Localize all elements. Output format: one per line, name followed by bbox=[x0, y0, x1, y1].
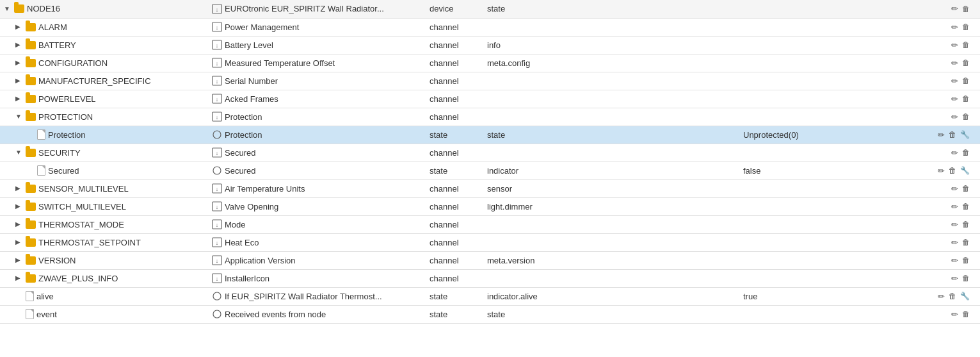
category-label: meta.version bbox=[487, 256, 534, 265]
expand-arrow[interactable]: ▶ bbox=[15, 203, 23, 210]
type-cell: state bbox=[426, 305, 483, 323]
delete-button[interactable] bbox=[962, 4, 970, 13]
delete-button[interactable] bbox=[962, 202, 970, 211]
expand-arrow[interactable]: ▶ bbox=[15, 185, 23, 192]
edit-button[interactable] bbox=[951, 22, 958, 32]
delete-button[interactable] bbox=[962, 256, 970, 265]
col5-cell bbox=[586, 162, 663, 179]
collapse-arrow[interactable]: ▼ bbox=[4, 5, 12, 13]
wrench-button[interactable] bbox=[960, 166, 970, 175]
table-row[interactable]: ▶ THERMOSTAT_MODE ↓ Mode channel bbox=[0, 215, 980, 233]
svg-text:↓: ↓ bbox=[216, 42, 219, 49]
collapse-arrow[interactable]: ▼ bbox=[15, 113, 23, 120]
edit-button[interactable] bbox=[951, 220, 958, 229]
table-row[interactable]: ▶ ZWAVE_PLUS_INFO ↓ InstallerIcon channe… bbox=[0, 269, 980, 287]
edit-button[interactable] bbox=[951, 148, 958, 158]
table-row[interactable]: Secured Secured state indicator false bbox=[0, 162, 980, 179]
actions-td bbox=[880, 126, 980, 144]
edit-button[interactable] bbox=[951, 184, 958, 194]
collapse-arrow[interactable]: ▼ bbox=[15, 149, 23, 156]
delete-button[interactable] bbox=[962, 94, 970, 103]
expand-arrow[interactable]: ▶ bbox=[15, 59, 23, 67]
expand-arrow[interactable]: ▶ bbox=[15, 220, 23, 228]
delete-button[interactable] bbox=[962, 22, 970, 31]
table-row[interactable]: ▶ CONFIGURATION ↓ Measured Temperature O… bbox=[0, 54, 980, 72]
edit-button[interactable] bbox=[951, 58, 958, 68]
edit-button[interactable] bbox=[938, 166, 945, 176]
channel-type-icon: ↓ bbox=[212, 183, 222, 194]
expand-arrow[interactable]: ▶ bbox=[15, 95, 23, 103]
table-row[interactable]: ▼ NODE16 ↓ EUROtronic EUR_SPIRITZ Wall R… bbox=[0, 0, 980, 18]
delete-button[interactable] bbox=[949, 166, 956, 175]
channel-type-icon: ↓ bbox=[212, 22, 222, 32]
edit-button[interactable] bbox=[951, 202, 958, 212]
delete-button[interactable] bbox=[962, 58, 970, 67]
actions-cell bbox=[884, 166, 976, 176]
edit-button[interactable] bbox=[951, 112, 958, 122]
table-row[interactable]: ▶ SWITCH_MULTILEVEL ↓ Valve Opening chan… bbox=[0, 197, 980, 215]
expand-arrow[interactable]: ▶ bbox=[15, 274, 23, 282]
table-row[interactable]: ▶ BATTERY ↓ Battery Level channel info bbox=[0, 36, 980, 54]
delete-button[interactable] bbox=[949, 130, 956, 139]
delete-button[interactable] bbox=[962, 310, 970, 319]
edit-button[interactable] bbox=[951, 274, 958, 283]
table-row[interactable]: ▶ MANUFACTURER_SPECIFIC ↓ Serial Number … bbox=[0, 72, 980, 90]
edit-button[interactable] bbox=[951, 256, 958, 265]
edit-button[interactable] bbox=[951, 94, 958, 104]
delete-button[interactable] bbox=[962, 76, 970, 85]
svg-text:↓: ↓ bbox=[216, 96, 219, 103]
channel-label: Mode bbox=[225, 220, 246, 229]
type-cell: channel bbox=[426, 179, 483, 197]
delete-button[interactable] bbox=[962, 184, 970, 193]
expand-arrow[interactable]: ▶ bbox=[15, 256, 23, 264]
name-cell: ▶ THERMOSTAT_MODE bbox=[0, 215, 208, 233]
edit-button[interactable] bbox=[938, 130, 945, 140]
table-row[interactable]: ▼ PROTECTION ↓ Protection channel bbox=[0, 108, 980, 126]
channel-cell: ↓ Acked Frames bbox=[208, 90, 426, 108]
table-row[interactable]: ▶ POWERLEVEL ↓ Acked Frames channel bbox=[0, 90, 980, 108]
actions-td bbox=[880, 90, 980, 108]
table-row[interactable]: Protection Protection state state Unprot… bbox=[0, 126, 980, 144]
channel-cell: Protection bbox=[208, 126, 426, 144]
svg-point-14 bbox=[213, 131, 221, 138]
edit-button[interactable] bbox=[951, 310, 958, 319]
delete-button[interactable] bbox=[949, 292, 956, 301]
category-label: meta.config bbox=[487, 58, 530, 68]
value-cell bbox=[739, 18, 880, 36]
table-row[interactable]: ▶ THERMOSTAT_SETPOINT ↓ Heat Eco channel bbox=[0, 233, 980, 251]
category-label: indicator bbox=[487, 166, 518, 176]
actions-td bbox=[880, 108, 980, 126]
delete-button[interactable] bbox=[962, 238, 970, 247]
type-cell: state bbox=[426, 126, 483, 144]
main-table-container[interactable]: ▼ NODE16 ↓ EUROtronic EUR_SPIRITZ Wall R… bbox=[0, 0, 980, 357]
table-row[interactable]: event Received events from node state st… bbox=[0, 305, 980, 323]
edit-button[interactable] bbox=[951, 76, 958, 86]
table-row[interactable]: ▶ VERSION ↓ Application Version channel … bbox=[0, 251, 980, 269]
svg-text:↓: ↓ bbox=[216, 222, 219, 228]
channel-cell: ↓ Heat Eco bbox=[208, 233, 426, 251]
delete-button[interactable] bbox=[962, 40, 970, 49]
type-cell: channel bbox=[426, 197, 483, 215]
expand-arrow[interactable]: ▶ bbox=[15, 41, 23, 49]
edit-button[interactable] bbox=[951, 4, 958, 13]
delete-button[interactable] bbox=[962, 112, 970, 121]
channel-label: Serial Number bbox=[225, 76, 278, 86]
table-row[interactable]: alive If EUR_SPIRITZ Wall Radiator Therm… bbox=[0, 287, 980, 305]
wrench-button[interactable] bbox=[960, 292, 970, 301]
expand-arrow[interactable]: ▶ bbox=[15, 238, 23, 246]
col6-cell bbox=[663, 287, 739, 305]
table-row[interactable]: ▶ SENSOR_MULTILEVEL ↓ Air Temperature Un… bbox=[0, 179, 980, 197]
edit-button[interactable] bbox=[938, 292, 945, 301]
delete-button[interactable] bbox=[962, 148, 970, 157]
row-name-label: Protection bbox=[48, 130, 86, 140]
delete-button[interactable] bbox=[962, 274, 970, 283]
col6-cell bbox=[663, 0, 739, 18]
expand-arrow[interactable]: ▶ bbox=[15, 23, 23, 31]
wrench-button[interactable] bbox=[960, 130, 970, 139]
table-row[interactable]: ▼ SECURITY ↓ Secured channel bbox=[0, 144, 980, 162]
table-row[interactable]: ▶ ALARM ↓ Power Management channel bbox=[0, 18, 980, 36]
expand-arrow[interactable]: ▶ bbox=[15, 77, 23, 85]
delete-button[interactable] bbox=[962, 220, 970, 229]
edit-button[interactable] bbox=[951, 40, 958, 50]
edit-button[interactable] bbox=[951, 238, 958, 247]
